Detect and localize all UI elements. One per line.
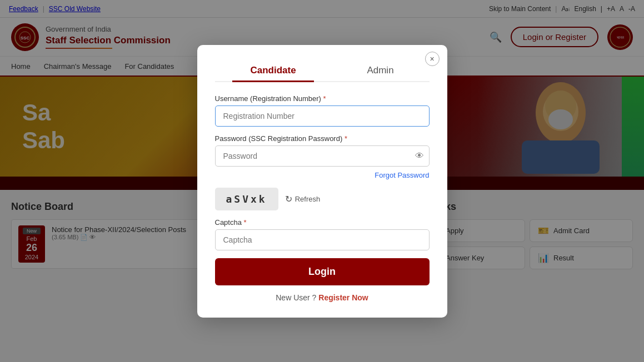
eye-icon: 👁 [415,151,424,160]
password-input[interactable] [215,145,430,167]
refresh-icon: ↻ [285,194,292,204]
login-button[interactable]: Login [215,258,430,285]
captcha-label: Captcha * [215,218,430,227]
modal-overlay[interactable]: × Candidate Admin Username (Registration… [0,0,644,362]
new-user-row: New User ? Register Now [215,293,430,302]
username-group: Username (Registration Number) * [215,94,430,127]
username-required: * [323,94,326,103]
captcha-required: * [244,218,247,227]
captcha-image: aSVxk [215,188,278,210]
password-required: * [345,134,347,143]
tab-admin[interactable]: Admin [349,61,411,82]
login-modal: × Candidate Admin Username (Registration… [197,45,447,318]
close-icon: × [430,54,434,63]
captcha-group: Captcha * [215,218,430,250]
tab-candidate[interactable]: Candidate [232,61,313,82]
username-label: Username (Registration Number) * [215,94,430,103]
password-label: Password (SSC Registration Password) * [215,134,430,143]
modal-tabs: Candidate Admin [215,61,430,82]
register-now-link[interactable]: Register Now [318,293,368,302]
modal-close-button[interactable]: × [425,52,440,66]
forgot-password-link[interactable]: Forgot Password [375,171,429,179]
captcha-display-row: aSVxk ↻ Refresh [215,188,430,210]
show-password-button[interactable]: 👁 [415,151,424,161]
captcha-input[interactable] [215,229,430,250]
forgot-password-container: Forgot Password [215,170,430,180]
refresh-captcha-button[interactable]: ↻ Refresh [285,194,321,204]
password-wrapper: 👁 [215,145,430,167]
refresh-label: Refresh [295,195,321,203]
password-group: Password (SSC Registration Password) * 👁… [215,134,430,180]
new-user-text: New User ? [276,293,316,302]
username-input[interactable] [215,105,430,127]
